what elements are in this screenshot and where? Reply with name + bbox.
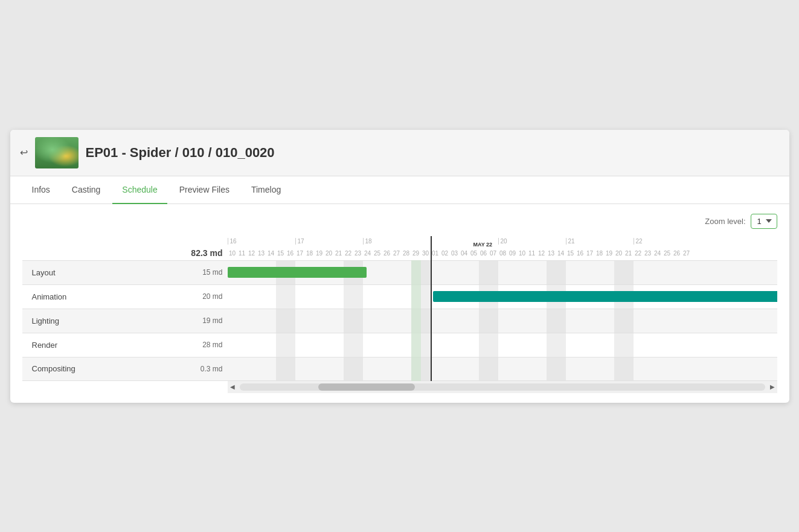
row-md-animation: 20 md [191,292,228,301]
gantt-row-animation: Animation 20 md [22,284,228,309]
tab-timelog[interactable]: Timelog [242,176,290,204]
scroll-thumb[interactable] [318,383,415,391]
gantt-main: 82.3 md Layout 15 md Animation 20 md Lig… [22,236,777,393]
gantt-body-row-compositing [228,357,777,381]
scroll-track [240,383,765,391]
tab-schedule[interactable]: Schedule [112,176,167,204]
content-area: Zoom level: 1 2 3 82.3 md Layout 15 md [10,204,789,403]
gantt-body-row-animation [228,284,777,309]
row-md-layout: 15 md [191,268,228,277]
row-label-animation: Animation [22,292,191,301]
gantt-chart: 82.3 md Layout 15 md Animation 20 md Lig… [22,236,777,393]
row-label-render: Render [22,341,191,350]
gantt-body-row-render [228,333,777,357]
gantt-row-compositing: Compositing 0.3 md [22,357,228,381]
row-md-lighting: 19 md [191,316,228,325]
tab-casting[interactable]: Casting [62,176,110,204]
header: ↩ EP01 - Spider / 010 / 010_0020 [10,130,789,176]
bar-layout [228,267,367,278]
row-label-lighting: Lighting [22,316,191,325]
gantt-left: 82.3 md Layout 15 md Animation 20 md Lig… [22,236,228,393]
scroll-right-button[interactable]: ▶ [768,382,777,392]
gantt-row-render: Render 28 md [22,333,228,357]
gantt-body [228,260,777,381]
row-md-render: 28 md [191,341,228,349]
gantt-header: 16 17 18 MAY 22 20 [228,236,777,260]
gantt-scrollbar[interactable]: ◀ ▶ [228,381,777,393]
total-md: 82.3 md [191,248,222,258]
gantt-right: 16 17 18 MAY 22 20 [228,236,777,393]
bar-animation [433,291,777,302]
gantt-body-row-lighting [228,309,777,333]
tab-preview-files[interactable]: Preview Files [170,176,239,204]
gantt-left-header: 82.3 md [22,236,228,260]
zoom-label: Zoom level: [705,217,745,226]
gantt-row-layout: Layout 15 md [22,260,228,284]
tab-infos[interactable]: Infos [22,176,60,204]
gantt-row-lighting: Lighting 19 md [22,309,228,333]
tabs: Infos Casting Schedule Preview Files Tim… [10,176,789,204]
page-title: EP01 - Spider / 010 / 010_0020 [86,145,275,161]
zoom-select[interactable]: 1 2 3 [751,214,777,229]
row-label-layout: Layout [22,268,191,277]
zoom-row: Zoom level: 1 2 3 [22,214,777,229]
row-label-compositing: Compositing [22,364,191,373]
back-icon: ↩ [20,147,28,158]
back-button[interactable]: ↩ [20,147,28,158]
gantt-body-row-layout [228,260,777,284]
main-container: ↩ EP01 - Spider / 010 / 010_0020 Infos C… [10,130,789,403]
scroll-left-button[interactable]: ◀ [228,382,237,392]
thumbnail [35,137,79,168]
row-md-compositing: 0.3 md [191,365,228,373]
